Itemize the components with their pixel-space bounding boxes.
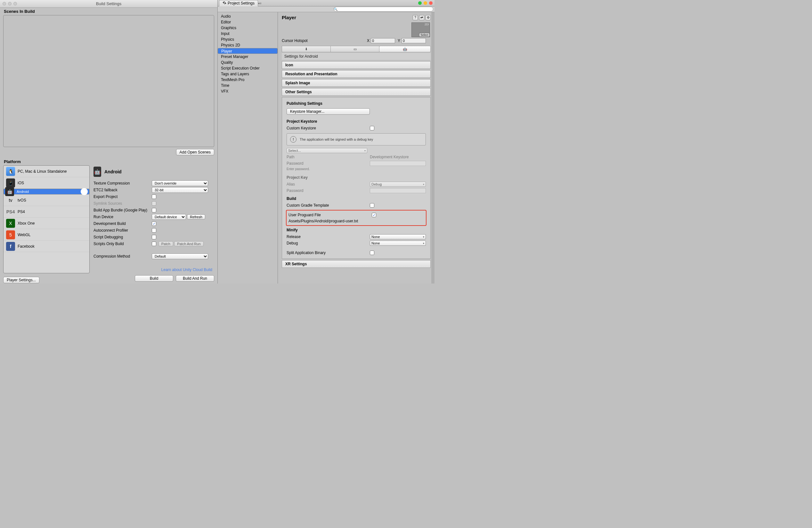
build-options: 🤖 Android Texture CompressionDon't overr… bbox=[91, 165, 214, 273]
section-other[interactable]: Other Settings bbox=[282, 88, 431, 96]
select-icon-button[interactable]: Select bbox=[419, 33, 430, 37]
mac-red[interactable] bbox=[429, 1, 433, 5]
section-resolution[interactable]: Resolution and Presentation bbox=[282, 70, 431, 78]
app-bundle-label: Build App Bundle (Google Play) bbox=[93, 208, 152, 212]
custom-gradle-checkbox[interactable] bbox=[370, 203, 374, 208]
help-icon[interactable]: ? bbox=[413, 15, 418, 20]
custom-keystore-checkbox[interactable] bbox=[370, 126, 374, 130]
cat-editor[interactable]: Editor bbox=[218, 19, 278, 25]
run-device-label: Run Device bbox=[93, 215, 152, 219]
keystore-manager-button[interactable]: Keystore Manager... bbox=[287, 108, 370, 115]
user-proguard-label: User Proguard File bbox=[289, 213, 372, 217]
cat-input[interactable]: Input bbox=[218, 31, 278, 37]
tab-android[interactable]: 🤖 bbox=[379, 46, 431, 52]
project-settings-tab[interactable]: Project Settings bbox=[219, 0, 258, 6]
search-input[interactable] bbox=[334, 7, 433, 12]
section-xr[interactable]: XR Settings bbox=[282, 260, 431, 268]
cat-vfx[interactable]: VFX bbox=[218, 88, 278, 94]
platform-webgl[interactable]: 5WebGL bbox=[3, 229, 89, 241]
platform-xbox[interactable]: XXbox One bbox=[3, 217, 89, 229]
release-select[interactable]: None▾ bbox=[370, 234, 426, 239]
presets-icon[interactable]: ⇄ bbox=[419, 15, 424, 20]
cat-audio[interactable]: Audio bbox=[218, 13, 278, 19]
platform-label-xbox: Xbox One bbox=[18, 221, 34, 226]
build-button[interactable]: Build bbox=[135, 275, 173, 282]
hotspot-y-input[interactable] bbox=[402, 38, 426, 43]
titlebar: Build Settings bbox=[0, 0, 217, 8]
hotspot-x-input[interactable] bbox=[371, 38, 395, 43]
symlink-label: Symlink Sources bbox=[93, 201, 152, 206]
gear-icon bbox=[222, 1, 227, 6]
cat-tmp[interactable]: TextMesh Pro bbox=[218, 77, 278, 83]
cloud-build-link[interactable]: Learn about Unity Cloud Build bbox=[93, 266, 214, 273]
cat-seo[interactable]: Script Execution Order bbox=[218, 65, 278, 71]
platform-facebook[interactable]: fFacebook bbox=[3, 241, 89, 252]
default-icon-well[interactable]: 2D/ Select bbox=[411, 23, 430, 37]
symlink-checkbox bbox=[152, 201, 156, 206]
tab-ios[interactable]: ▭ bbox=[331, 46, 379, 52]
scenes-list[interactable] bbox=[3, 15, 214, 147]
cursor-hotspot-label: Cursor Hotspot bbox=[282, 39, 367, 43]
export-project-checkbox[interactable] bbox=[152, 195, 156, 199]
tabbar: Project Settings ▾≡ bbox=[218, 0, 435, 6]
platform-label-pc: PC, Mac & Linux Standalone bbox=[18, 169, 67, 174]
platform-ps4[interactable]: PS4PS4 bbox=[3, 206, 89, 217]
section-icon[interactable]: Icon bbox=[282, 61, 431, 69]
cat-tags[interactable]: Tags and Layers bbox=[218, 71, 278, 77]
platform-label-webgl: WebGL bbox=[18, 233, 30, 237]
split-binary-checkbox[interactable] bbox=[370, 251, 374, 255]
player-inspector: Player ? ⇄ ⚙ 2D/ Select Cursor Hotspot X… bbox=[278, 12, 435, 284]
key-password-input bbox=[370, 188, 426, 193]
cat-time[interactable]: Time bbox=[218, 83, 278, 88]
tab-options-icon[interactable]: ▾≡ bbox=[258, 2, 263, 5]
platform-pc[interactable]: 🐧PC, Mac & Linux Standalone bbox=[3, 166, 89, 177]
platform-label: Platform bbox=[0, 156, 217, 165]
platform-list: 🐧PC, Mac & Linux Standalone 📱iOS 🤖Androi… bbox=[3, 165, 90, 273]
scrollbar[interactable] bbox=[431, 12, 435, 284]
etc2-select[interactable]: 32-bit bbox=[152, 187, 208, 193]
section-splash[interactable]: Splash Image bbox=[282, 79, 431, 87]
add-open-scenes-button[interactable]: Add Open Scenes bbox=[176, 149, 214, 155]
scenes-in-build-label: Scenes In Build bbox=[0, 8, 217, 15]
build-and-run-button[interactable]: Build And Run bbox=[176, 275, 214, 282]
user-proguard-checkbox[interactable] bbox=[372, 213, 376, 217]
webgl-icon: 5 bbox=[6, 230, 15, 239]
tab-standalone[interactable]: ⬇ bbox=[282, 46, 331, 52]
debug-key-text: The application will be signed with a de… bbox=[300, 138, 373, 141]
ios-icon: 📱 bbox=[6, 179, 15, 187]
autoconnect-label: Autoconnect Profiler bbox=[93, 228, 152, 233]
dev-build-checkbox[interactable] bbox=[152, 222, 156, 226]
cat-quality[interactable]: Quality bbox=[218, 60, 278, 65]
cat-physics[interactable]: Physics bbox=[218, 37, 278, 42]
window-title: Build Settings bbox=[0, 1, 217, 6]
run-device-select[interactable]: Default device bbox=[152, 214, 186, 220]
platform-tvos[interactable]: tvtvOS bbox=[3, 195, 89, 206]
autoconnect-checkbox[interactable] bbox=[152, 228, 156, 233]
patch-and-run-button: Patch And Run bbox=[174, 241, 203, 246]
alias-label: Alias bbox=[287, 182, 370, 186]
section-publishing: Publishing Settings Keystore Manager... … bbox=[282, 97, 431, 259]
debug-select[interactable]: None▾ bbox=[370, 241, 426, 246]
settings-menu-icon[interactable]: ⚙ bbox=[425, 15, 431, 20]
mac-green[interactable] bbox=[418, 1, 422, 5]
mac-yellow[interactable] bbox=[424, 1, 427, 5]
refresh-button[interactable]: Refresh bbox=[187, 214, 205, 219]
cat-physics2d[interactable]: Physics 2D bbox=[218, 42, 278, 48]
app-bundle-checkbox[interactable] bbox=[152, 208, 156, 212]
cat-graphics[interactable]: Graphics bbox=[218, 25, 278, 31]
publishing-header[interactable]: Publishing Settings bbox=[285, 100, 428, 108]
cat-player[interactable]: Player bbox=[218, 48, 278, 54]
release-label: Release bbox=[287, 234, 370, 239]
texture-compression-select[interactable]: Don't override bbox=[152, 180, 208, 186]
script-debug-checkbox[interactable] bbox=[152, 235, 156, 239]
ps4-icon: PS4 bbox=[6, 207, 15, 216]
cat-preset[interactable]: Preset Manager bbox=[218, 54, 278, 60]
platform-android[interactable]: 🤖Android◢ bbox=[3, 189, 89, 195]
compression-select[interactable]: Default bbox=[152, 254, 208, 259]
compression-label: Compression Method bbox=[93, 254, 152, 259]
scripts-only-checkbox[interactable] bbox=[152, 242, 156, 246]
player-settings-button[interactable]: Player Settings... bbox=[3, 277, 39, 283]
custom-keystore-label: Custom Keystore bbox=[287, 126, 370, 130]
script-debug-label: Script Debugging bbox=[93, 235, 152, 239]
platform-ios[interactable]: 📱iOS bbox=[3, 177, 89, 189]
